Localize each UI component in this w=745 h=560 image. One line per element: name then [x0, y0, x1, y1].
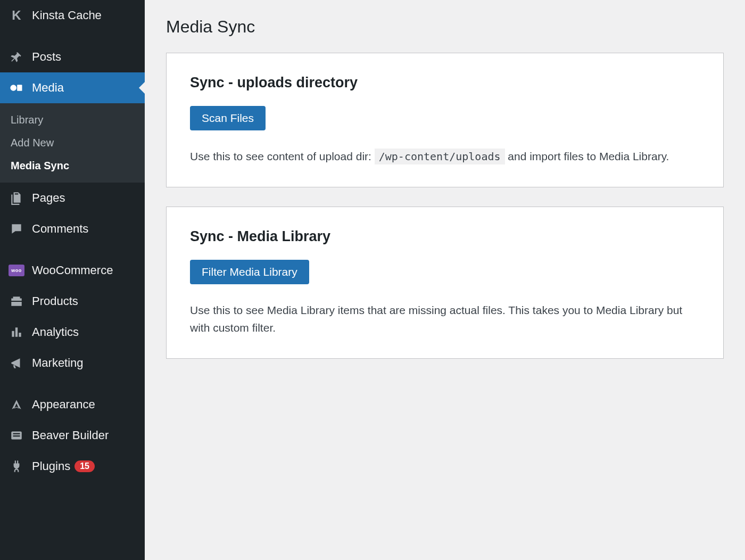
admin-sidebar: K Kinsta Cache Posts Media Library Add N…: [0, 0, 145, 560]
sidebar-item-appearance[interactable]: Appearance: [0, 389, 145, 420]
kinsta-icon: K: [9, 7, 24, 23]
sidebar-item-label: Products: [32, 294, 78, 308]
pages-icon: [9, 190, 24, 206]
sidebar-item-posts[interactable]: Posts: [0, 42, 145, 72]
sidebar-item-label: Beaver Builder: [32, 429, 109, 442]
beaver-icon: [9, 427, 24, 443]
sidebar-item-pages[interactable]: Pages: [0, 183, 145, 213]
card-description: Use this to see Media Library items that…: [190, 301, 700, 337]
sidebar-item-plugins[interactable]: Plugins 15: [0, 451, 145, 482]
pin-icon: [9, 49, 24, 65]
submenu-item-library[interactable]: Library: [0, 109, 145, 131]
card-heading: Sync - uploads directory: [190, 75, 700, 91]
sidebar-item-marketing[interactable]: Marketing: [0, 348, 145, 378]
svg-rect-1: [17, 85, 22, 91]
sidebar-item-label: Marketing: [32, 356, 84, 370]
sidebar-submenu-media: Library Add New Media Sync: [0, 103, 145, 183]
sidebar-item-products[interactable]: Products: [0, 286, 145, 317]
appearance-icon: [9, 397, 24, 413]
card-sync-uploads: Sync - uploads directory Scan Files Use …: [166, 53, 724, 187]
sidebar-item-label: WooCommerce: [32, 263, 113, 277]
svg-rect-4: [13, 435, 20, 437]
sidebar-item-label: Plugins: [32, 459, 70, 473]
sidebar-item-label: Media: [32, 81, 64, 95]
sidebar-item-kinsta-cache[interactable]: K Kinsta Cache: [0, 0, 145, 31]
submenu-item-media-sync[interactable]: Media Sync: [0, 154, 145, 177]
sidebar-item-woocommerce[interactable]: woo WooCommerce: [0, 255, 145, 286]
svg-rect-3: [13, 433, 20, 434]
card-heading: Sync - Media Library: [190, 228, 700, 245]
sidebar-item-media[interactable]: Media: [0, 72, 145, 103]
comments-icon: [9, 221, 24, 237]
card-sync-media-library: Sync - Media Library Filter Media Librar…: [166, 207, 724, 359]
scan-files-button[interactable]: Scan Files: [190, 106, 266, 130]
marketing-icon: [9, 355, 24, 371]
sidebar-item-beaver-builder[interactable]: Beaver Builder: [0, 420, 145, 451]
main-content: Media Sync Sync - uploads directory Scan…: [145, 0, 745, 560]
sidebar-item-analytics[interactable]: Analytics: [0, 317, 145, 348]
media-icon: [9, 80, 24, 96]
plugins-update-badge: 15: [74, 460, 95, 472]
analytics-icon: [9, 324, 24, 340]
submenu-item-add-new[interactable]: Add New: [0, 131, 145, 154]
woo-icon: woo: [9, 262, 24, 278]
card-description: Use this to see content of upload dir: /…: [190, 147, 700, 166]
sidebar-item-comments[interactable]: Comments: [0, 213, 145, 244]
sidebar-item-label: Kinsta Cache: [32, 9, 102, 22]
page-title: Media Sync: [166, 17, 724, 37]
sidebar-item-label: Posts: [32, 50, 61, 64]
filter-media-library-button[interactable]: Filter Media Library: [190, 260, 309, 284]
sidebar-item-label: Appearance: [32, 398, 95, 411]
svg-point-0: [10, 85, 16, 91]
sidebar-item-label: Pages: [32, 191, 65, 205]
upload-dir-path: /wp-content/uploads: [375, 149, 505, 164]
sidebar-item-label: Analytics: [32, 325, 79, 339]
sidebar-item-label: Comments: [32, 222, 88, 236]
plugins-icon: [9, 458, 24, 474]
products-icon: [9, 293, 24, 309]
